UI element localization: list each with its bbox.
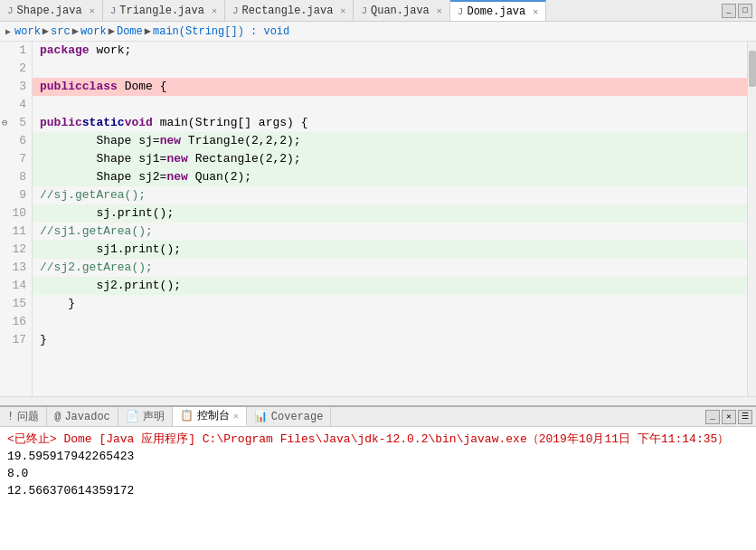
breadcrumb-item-src[interactable]: src	[51, 25, 71, 38]
minimize-button[interactable]: _	[722, 4, 736, 18]
line-num-14: 14	[0, 277, 32, 295]
line-num-13: 13	[0, 259, 32, 277]
line-num-11: 11	[0, 223, 32, 241]
javadoc-label: Javadoc	[64, 411, 109, 423]
code-line-2	[33, 60, 747, 78]
tab-quan[interactable]: J Quan.java ✕	[354, 0, 449, 21]
panel-tab-bar: ! 问题 @ Javadoc 📄 声明 📋 控制台 ✕ 📊 Coverage _…	[0, 407, 756, 427]
code-line-16	[33, 313, 747, 331]
code-line-1: package work;	[33, 42, 747, 60]
breadcrumb: ▶ work ▶ src ▶ work ▶ Dome ▶ main(String…	[0, 22, 756, 42]
breadcrumb-item-work2[interactable]: work	[80, 25, 107, 38]
tab-triangle-close[interactable]: ✕	[212, 5, 217, 16]
line-num-9: 9	[0, 186, 32, 204]
line-numbers: 1 2 3 4 5 6 7 8 9 10 11 12 13 14 15 16 1…	[0, 42, 33, 396]
breadcrumb-item-work[interactable]: work	[14, 25, 41, 38]
tab-shape-label: Shape.java	[17, 5, 82, 17]
code-editor[interactable]: package work; public class Dome { public…	[33, 42, 747, 396]
editor-tab-bar: J Shape.java ✕ J Triangle.java ✕ J Recta…	[0, 0, 756, 22]
panel-tab-declaration[interactable]: 📄 声明	[118, 407, 173, 426]
console-output-line-3: 12.566370614359172	[7, 482, 749, 499]
code-line-6: Shape sj=new Triangle(2,2,2);	[33, 132, 747, 150]
panel-tab-javadoc[interactable]: @ Javadoc	[47, 407, 118, 426]
code-line-13: //sj2.getArea();	[33, 259, 747, 277]
tab-quan-close[interactable]: ✕	[437, 5, 442, 16]
vertical-scrollbar[interactable]	[747, 42, 756, 396]
console-output-line-1: 19.595917942265423	[7, 448, 749, 465]
tab-rectangle-close[interactable]: ✕	[340, 5, 345, 16]
line-num-4: 4	[0, 96, 32, 114]
line-num-7: 7	[0, 150, 32, 168]
code-line-10: sj.print();	[33, 204, 747, 223]
tab-shape[interactable]: J Shape.java ✕	[0, 0, 103, 21]
line-num-10: 10	[0, 204, 32, 223]
bottom-panel: ! 问题 @ Javadoc 📄 声明 📋 控制台 ✕ 📊 Coverage _…	[0, 405, 756, 550]
console-label: 控制台	[197, 408, 230, 423]
code-line-12: sj1.print();	[33, 241, 747, 259]
coverage-label: Coverage	[271, 411, 324, 423]
breadcrumb-item-dome[interactable]: Dome	[117, 25, 143, 38]
code-line-14: sj2.print();	[33, 277, 747, 295]
breadcrumb-item-main[interactable]: main(String[]) : void	[153, 25, 289, 38]
panel-minimize-button[interactable]: _	[705, 410, 720, 424]
panel-close-button[interactable]: ✕	[722, 410, 736, 424]
line-num-16: 16	[0, 313, 32, 331]
line-num-5: 5	[0, 114, 32, 132]
scrollbar-thumb-v[interactable]	[749, 51, 756, 87]
line-num-1: 1	[0, 42, 32, 60]
java-file-icon-2: J	[110, 5, 117, 16]
javadoc-icon: @	[54, 411, 61, 423]
console-icon: 📋	[180, 409, 194, 422]
tab-dome-label: Dome.java	[467, 5, 525, 18]
horizontal-scrollbar[interactable]	[0, 396, 756, 405]
problems-label: 问题	[17, 409, 39, 424]
tab-rectangle[interactable]: J Rectangle.java ✕	[225, 0, 354, 21]
code-line-9: //sj.getArea();	[33, 186, 747, 204]
code-line-3: public class Dome {	[33, 78, 747, 96]
code-line-4	[33, 96, 747, 114]
code-line-11: //sj1.getArea();	[33, 223, 747, 241]
code-line-15: }	[33, 295, 747, 313]
editor-wrapper: 1 2 3 4 5 6 7 8 9 10 11 12 13 14 15 16 1…	[0, 42, 756, 405]
line-num-6: 6	[0, 132, 32, 150]
tab-dome[interactable]: J Dome.java ✕	[450, 0, 546, 21]
line-num-2: 2	[0, 60, 32, 78]
line-num-17: 17	[0, 331, 32, 349]
maximize-button[interactable]: □	[738, 4, 752, 18]
tab-dome-close[interactable]: ✕	[533, 6, 538, 17]
java-file-icon: J	[7, 5, 14, 16]
code-line-8: Shape sj2=new Quan(2);	[33, 168, 747, 186]
tab-rectangle-label: Rectangle.java	[242, 5, 334, 17]
panel-tab-coverage[interactable]: 📊 Coverage	[247, 407, 332, 426]
panel-tab-problems[interactable]: ! 问题	[0, 407, 47, 426]
line-num-12: 12	[0, 241, 32, 259]
java-file-icon-5: J	[458, 6, 464, 17]
code-line-17: }	[33, 331, 747, 349]
code-line-5: public static void main(String[] args) {	[33, 114, 747, 132]
console-terminated-line: <已终止> Dome [Java 应用程序] C:\Program Files\…	[7, 431, 749, 448]
java-file-icon-4: J	[361, 5, 367, 16]
panel-maximize-button[interactable]: ☰	[738, 410, 752, 424]
window-controls: _ □	[720, 4, 756, 18]
tab-triangle[interactable]: J Triangle.java ✕	[103, 0, 225, 21]
code-line-7: Shape sj1=new Rectangle(2,2);	[33, 150, 747, 168]
coverage-icon: 📊	[254, 410, 268, 423]
problems-icon: !	[7, 411, 14, 423]
console-output-line-2: 8.0	[7, 465, 749, 482]
line-num-3: 3	[0, 78, 32, 96]
breadcrumb-arrow: ▶	[5, 26, 11, 37]
declaration-icon: 📄	[126, 410, 139, 423]
panel-tab-console[interactable]: 📋 控制台 ✕	[173, 407, 247, 426]
line-num-15: 15	[0, 295, 32, 313]
panel-controls: _ ✕ ☰	[705, 410, 756, 424]
declaration-label: 声明	[143, 409, 165, 424]
tab-triangle-label: Triangle.java	[119, 5, 204, 17]
editor-main: 1 2 3 4 5 6 7 8 9 10 11 12 13 14 15 16 1…	[0, 42, 756, 396]
line-num-8: 8	[0, 168, 32, 186]
tab-quan-label: Quan.java	[371, 5, 430, 17]
console-close-icon: ✕	[233, 411, 239, 422]
tab-shape-close[interactable]: ✕	[90, 5, 95, 16]
java-file-icon-3: J	[232, 5, 239, 16]
console-output: <已终止> Dome [Java 应用程序] C:\Program Files\…	[0, 427, 756, 550]
